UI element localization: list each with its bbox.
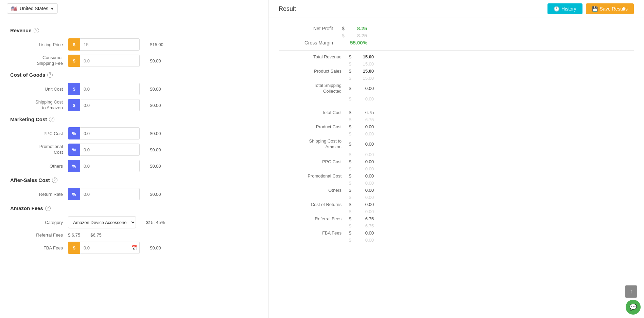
return-rate-prefix: % <box>68 188 80 200</box>
fba-fees-prefix: $ <box>68 242 80 254</box>
history-label: History <box>561 6 576 12</box>
total-revenue-value1: 15.00 <box>353 54 374 59</box>
marketing-cost-help-icon[interactable]: ? <box>49 117 54 122</box>
promotional-cost-right-value2: 0.00 <box>353 181 374 186</box>
revenue-help-icon[interactable]: ? <box>34 28 39 33</box>
scroll-top-button[interactable]: ↑ <box>625 285 637 298</box>
unit-cost-input[interactable] <box>80 83 140 95</box>
chat-icon: 💬 <box>629 303 637 311</box>
total-shipping-value1: 0.00 <box>353 86 374 91</box>
ppc-cost-right-label: PPC Cost <box>279 159 347 164</box>
shipping-cost-amazon-label: Shipping Cost toAmazon <box>279 138 347 150</box>
others-value: $0.00 <box>150 164 170 169</box>
product-cost-value1: 0.00 <box>353 124 374 129</box>
total-cost-value2: 6.75 <box>353 117 374 122</box>
history-icon: 🕐 <box>554 6 559 12</box>
others-label: Others <box>10 164 68 169</box>
others-right-value2: 0.00 <box>353 195 374 200</box>
gross-margin-row: Gross Margin 55.00% <box>279 39 634 46</box>
cost-of-returns-block: Cost of Returns $ 0.00 $ 0.00 <box>279 201 634 215</box>
return-rate-input[interactable] <box>80 188 140 200</box>
promotional-cost-right-block: Promotional Cost $ 0.00 $ 0.00 <box>279 172 634 187</box>
fba-fees-input-group: $ 📅 <box>68 242 140 254</box>
total-shipping-label: Total ShippingCollected <box>279 83 347 94</box>
net-profit-row2: $ 8.25 <box>279 32 634 39</box>
right-panel: Result 🕐 History 💾 Save Results Net Prof… <box>268 0 644 318</box>
consumer-shipping-value: $0.00 <box>150 58 170 63</box>
chat-button[interactable]: 💬 <box>626 300 641 315</box>
others-right-row1: Others $ 0.00 <box>279 187 634 194</box>
left-panel: 🇺🇸 United States ▾ Revenue ? Listing Pri… <box>0 0 268 318</box>
cost-of-goods-help-icon[interactable]: ? <box>47 72 53 78</box>
amazon-fees-help-icon[interactable]: ? <box>45 206 51 211</box>
country-name: United States <box>20 6 48 11</box>
marketing-cost-section-header: Marketing Cost ? <box>10 116 258 122</box>
cost-of-goods-section-header: Cost of Goods ? <box>10 72 258 78</box>
others-right-value1: 0.00 <box>353 188 374 193</box>
promotional-cost-value: $0.00 <box>150 147 170 152</box>
listing-price-input[interactable] <box>80 38 140 51</box>
total-revenue-row1: Total Revenue $ 15.00 <box>279 53 634 60</box>
shipping-cost-amazon-row2: $ 0.00 <box>279 151 634 158</box>
fba-fees-row: FBA Fees $ 📅 $0.00 <box>10 242 258 254</box>
net-profit-dollar2: $ <box>340 33 347 38</box>
promotional-cost-input[interactable] <box>80 144 140 156</box>
consumer-shipping-prefix: $ <box>68 55 80 67</box>
calculator-icon[interactable]: 📅 <box>131 245 137 250</box>
save-label: Save Results <box>600 6 628 12</box>
amazon-fees-title: Amazon Fees <box>10 205 43 211</box>
revenue-section-header: Revenue ? <box>10 27 258 33</box>
referral-fees-right-row1: Referral Fees $ 6.75 <box>279 215 634 222</box>
promotional-cost-right-value1: 0.00 <box>353 173 374 179</box>
referral-fees-right-value1: 6.75 <box>353 216 374 221</box>
consumer-shipping-input-group: $ <box>68 55 140 67</box>
shipping-cost-input[interactable] <box>80 99 140 111</box>
listing-price-prefix: $ <box>68 38 80 51</box>
promotional-cost-right-label: Promotional Cost <box>279 173 347 179</box>
after-sales-title: After-Sales Cost <box>10 177 50 183</box>
total-cost-label: Total Cost <box>279 110 347 115</box>
top-bar: 🇺🇸 United States ▾ <box>0 0 268 17</box>
unit-cost-label: Unit Cost <box>10 87 68 92</box>
total-cost-row1: Total Cost $ 6.75 <box>279 109 634 116</box>
ppc-cost-input[interactable] <box>80 127 140 139</box>
ppc-cost-value: $0.00 <box>150 131 170 136</box>
product-cost-label: Product Cost <box>279 124 347 129</box>
net-profit-label: Net Profit <box>279 26 340 31</box>
result-title: Result <box>279 5 296 13</box>
shipping-cost-amazon-row1: Shipping Cost toAmazon $ 0.00 <box>279 137 634 151</box>
after-sales-help-icon[interactable]: ? <box>52 177 57 183</box>
listing-price-row: Listing Price $ $15.00 <box>10 38 258 51</box>
referral-fees-static-value: $ 6.75 <box>68 232 80 238</box>
total-shipping-block: Total ShippingCollected $ 0.00 $ 0.00 <box>279 82 634 106</box>
fba-fees-input[interactable] <box>80 242 140 254</box>
ppc-cost-right-value1: 0.00 <box>353 159 374 164</box>
shipping-cost-amazon-value1: 0.00 <box>353 142 374 147</box>
net-profit-value1: 8.25 <box>347 25 367 31</box>
unit-cost-value: $0.00 <box>150 87 170 92</box>
shipping-cost-label: Shipping Costto Amazon <box>10 99 68 111</box>
unit-cost-prefix: $ <box>68 83 80 95</box>
ppc-cost-input-group: % <box>68 127 140 139</box>
country-selector[interactable]: 🇺🇸 United States ▾ <box>7 3 58 14</box>
referral-fees-label: Referral Fees <box>10 232 68 238</box>
category-label: Category <box>10 220 68 225</box>
category-select[interactable]: Amazon Device Accessorie Electronics Clo… <box>68 216 136 228</box>
others-input[interactable] <box>80 160 140 172</box>
save-results-button[interactable]: 💾 Save Results <box>586 3 634 14</box>
revenue-title: Revenue <box>10 27 32 33</box>
product-cost-row1: Product Cost $ 0.00 <box>279 123 634 130</box>
fba-fees-right-value2: 0.00 <box>353 238 374 243</box>
return-rate-value: $0.00 <box>150 192 170 197</box>
product-sales-row1: Product Sales $ 15.00 <box>279 68 634 75</box>
consumer-shipping-input[interactable] <box>80 55 140 67</box>
cost-of-returns-value2: 0.00 <box>353 209 374 214</box>
cost-of-returns-value1: 0.00 <box>353 202 374 207</box>
ppc-cost-prefix: % <box>68 127 80 139</box>
total-cost-value1: 6.75 <box>353 110 374 115</box>
ppc-cost-right-row2: $ 0.00 <box>279 165 634 172</box>
referral-fees-right-row2: $ 6.75 <box>279 222 634 229</box>
category-row: Category Amazon Device Accessorie Electr… <box>10 216 258 228</box>
shipping-cost-value: $0.00 <box>150 103 170 108</box>
history-button[interactable]: 🕐 History <box>547 3 582 14</box>
